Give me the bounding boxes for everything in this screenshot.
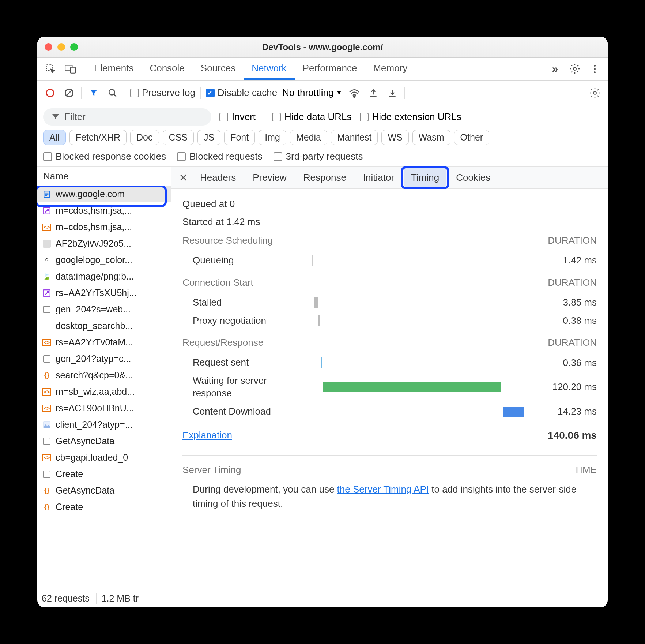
minimize-window-icon[interactable] [57,43,65,51]
settings-gear-icon[interactable] [588,86,602,100]
throttling-select[interactable]: No throttling ▼ [282,87,342,98]
hide-ext-urls-checkbox[interactable]: Hide extension URLs [360,111,461,123]
request-row[interactable]: <>rs=AA2YrTv0taM... [37,334,171,351]
queueing-value: 1.42 ms [535,255,597,266]
request-row[interactable]: client_204?atyp=... [37,416,171,433]
chip-media[interactable]: Media [290,130,327,145]
waiting-value: 120.20 ms [535,381,597,393]
detail-panel: ✕ HeadersPreviewResponseInitiatorTimingC… [171,167,608,607]
clear-icon[interactable] [62,86,76,100]
time-heading: TIME [574,464,597,476]
tab-network[interactable]: Network [244,58,294,80]
preserve-log-checkbox[interactable]: Preserve log [130,87,195,98]
resource-icon: <> [42,223,51,232]
requests-list[interactable]: www.google.comm=cdos,hsm,jsa,...<>m=cdos… [37,186,171,589]
chip-ws[interactable]: WS [381,130,408,145]
request-row[interactable]: 🍃data:image/png;b... [37,268,171,285]
devtools-window: DevTools - www.google.com/ ElementsConso… [37,37,608,607]
filter-icon[interactable] [87,86,101,100]
device-toggle-icon[interactable] [62,61,78,77]
request-row[interactable]: AF2bZyivvJ92o5... [37,235,171,252]
svg-point-9 [354,96,355,97]
tab-sources[interactable]: Sources [193,58,244,80]
settings-icon[interactable] [567,61,583,77]
tab-memory[interactable]: Memory [365,58,415,80]
throttling-label: No throttling [282,87,333,98]
chip-wasm[interactable]: Wasm [412,130,450,145]
blocked-cookies-checkbox[interactable]: Blocked response cookies [43,151,166,162]
detail-tab-cookies[interactable]: Cookies [449,168,498,187]
resource-icon: {} [42,371,51,380]
blocked-requests-checkbox[interactable]: Blocked requests [177,151,262,162]
explanation-link[interactable]: Explanation [182,430,232,441]
detail-tab-response[interactable]: Response [296,168,354,187]
chip-all[interactable]: All [43,130,66,145]
request-row[interactable]: Create [37,466,171,482]
tab-performance[interactable]: Performance [295,58,365,80]
request-row[interactable]: GetAsyncData [37,433,171,449]
server-timing-api-link[interactable]: the Server Timing API [337,484,429,495]
chip-font[interactable]: Font [224,130,255,145]
tab-elements[interactable]: Elements [86,58,142,80]
request-row[interactable]: Ggooglelogo_color... [37,252,171,268]
request-name: data:image/png;b... [56,271,134,282]
download-value: 14.23 ms [535,406,597,417]
filter-placeholder: Filter [64,111,86,123]
window-controls [45,43,78,51]
detail-tab-initiator[interactable]: Initiator [356,168,401,187]
tab-console[interactable]: Console [142,58,192,80]
request-row[interactable]: <>rs=ACT90oHBnU... [37,400,171,416]
request-row[interactable]: {}search?q&cp=0&... [37,367,171,383]
filter-input[interactable]: Filter [43,108,211,126]
chip-other[interactable]: Other [454,130,490,145]
hide-data-label: Hide data URLs [284,111,352,123]
upload-icon[interactable] [366,86,380,100]
download-label: Content Download [193,405,306,418]
more-tabs-icon[interactable]: » [547,61,563,77]
chip-doc[interactable]: Doc [130,130,159,145]
request-name: Create [56,502,83,512]
request-name: m=cdos,hsm,jsa,... [56,205,132,216]
network-toolbar: Preserve log ✓Disable cache No throttlin… [37,80,608,105]
hide-data-urls-checkbox[interactable]: Hide data URLs [272,111,352,123]
chip-js[interactable]: JS [197,130,220,145]
close-icon[interactable]: ✕ [176,171,191,185]
record-icon[interactable] [43,86,57,100]
request-row[interactable]: <>m=cdos,hsm,jsa,... [37,219,171,235]
kebab-menu-icon[interactable] [586,61,603,77]
request-row[interactable]: www.google.com [37,186,171,202]
request-row[interactable]: {}GetAsyncData [37,482,171,499]
detail-tab-headers[interactable]: Headers [193,168,243,187]
request-row[interactable]: rs=AA2YrTsXU5hj... [37,285,171,301]
chip-fetchxhr[interactable]: Fetch/XHR [69,130,127,145]
invert-checkbox[interactable]: Invert [219,111,256,123]
request-row[interactable]: {}Create [37,499,171,515]
name-column-header[interactable]: Name [37,167,171,186]
funnel-icon [51,113,60,121]
stalled-value: 3.85 ms [535,297,597,308]
request-row[interactable]: <>cb=gapi.loaded_0 [37,449,171,466]
started-text: Started at 1.42 ms [182,216,597,228]
inspect-icon[interactable] [42,61,59,77]
third-party-checkbox[interactable]: 3rd-party requests [274,151,363,162]
hide-ext-label: Hide extension URLs [372,111,461,123]
disable-cache-checkbox[interactable]: ✓Disable cache [206,87,277,98]
svg-point-7 [109,89,114,95]
chip-img[interactable]: Img [259,130,286,145]
disable-cache-label: Disable cache [218,87,277,98]
request-row[interactable]: m=cdos,hsm,jsa,... [37,202,171,219]
network-conditions-icon[interactable] [347,86,361,100]
detail-tab-preview[interactable]: Preview [245,168,294,187]
download-icon[interactable] [385,86,399,100]
maximize-window-icon[interactable] [70,43,78,51]
search-icon[interactable] [106,86,120,100]
request-row[interactable]: gen_204?s=web... [37,301,171,318]
request-row[interactable]: desktop_searchb... [37,318,171,334]
request-row[interactable]: gen_204?atyp=c... [37,351,171,367]
request-row[interactable]: <>m=sb_wiz,aa,abd... [37,383,171,400]
detail-tab-timing[interactable]: Timing [404,168,446,187]
timing-panel: Queued at 0 Started at 1.42 ms Resource … [171,189,608,607]
chip-manifest[interactable]: Manifest [331,130,378,145]
close-window-icon[interactable] [45,43,52,51]
chip-css[interactable]: CSS [163,130,194,145]
